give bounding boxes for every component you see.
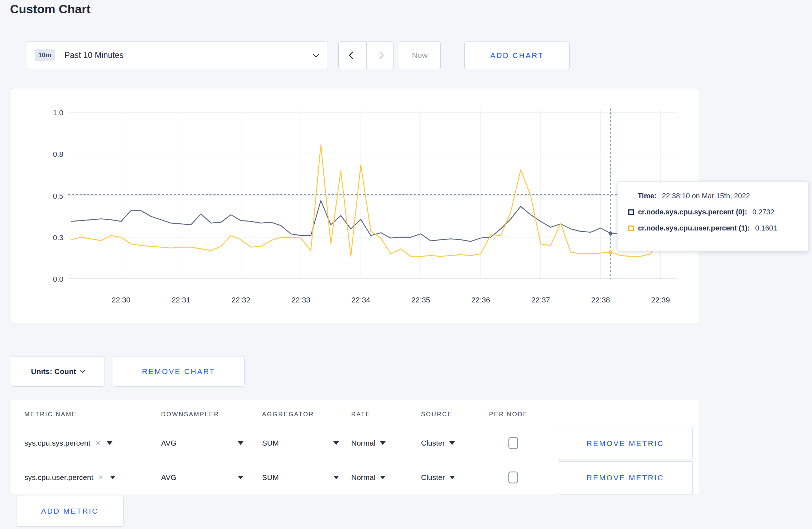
svg-text:0.3: 0.3 <box>53 233 63 242</box>
source-value: Cluster <box>421 473 445 482</box>
downsampler-value: AVG <box>161 473 177 482</box>
user-series-swatch-icon <box>628 225 634 231</box>
downsampler-value: AVG <box>161 439 177 447</box>
hover-point <box>609 232 613 236</box>
remove-metric-button[interactable]: REMOVE METRIC <box>558 461 693 494</box>
header-per-node: PER NODE <box>489 411 528 418</box>
svg-text:1.0: 1.0 <box>53 108 63 117</box>
tooltip-time-row: Time: 22:38:10 on Mar 15th, 2022 <box>628 192 808 200</box>
source-value: Cluster <box>421 439 445 447</box>
caret-down-icon <box>333 476 339 479</box>
now-button[interactable]: Now <box>399 42 441 69</box>
per-node-checkbox[interactable] <box>508 472 518 484</box>
time-forward-button[interactable] <box>366 42 394 69</box>
downsampler-select[interactable]: AVG <box>161 439 243 447</box>
svg-text:22:31: 22:31 <box>171 296 190 304</box>
rate-select[interactable]: Normal <box>351 473 386 482</box>
svg-text:22:36: 22:36 <box>471 296 490 304</box>
caret-down-icon <box>380 476 386 479</box>
caret-down-icon <box>449 441 455 445</box>
chevron-left-icon <box>349 52 356 59</box>
svg-text:0.5: 0.5 <box>53 192 63 200</box>
tooltip-series-label: cr.node.sys.cpu.sys.percent (0): <box>638 208 747 216</box>
units-label: Units: Count <box>31 367 76 376</box>
tooltip-series-value: 0.2732 <box>753 208 774 216</box>
metric-name-cell: sys.cpu.sys.percent × <box>24 439 112 447</box>
aggregator-value: SUM <box>262 473 279 482</box>
caret-down-icon <box>333 441 339 445</box>
page-title: Custom Chart <box>10 2 91 16</box>
caret-down-icon <box>238 476 243 479</box>
series-line <box>71 145 681 257</box>
remove-chart-button[interactable]: REMOVE CHART <box>113 356 245 387</box>
header-aggregator: AGGREGATOR <box>262 411 314 418</box>
svg-text:22:39: 22:39 <box>651 296 670 304</box>
tooltip-time-value: 22:38:10 on Mar 15th, 2022 <box>662 192 750 200</box>
aggregator-select[interactable]: SUM <box>262 473 339 482</box>
clear-metric-icon[interactable]: × <box>95 439 100 447</box>
tooltip-series-row: cr.node.sys.cpu.sys.percent (0): 0.2732 <box>628 208 808 216</box>
metric-name-value: sys.cpu.sys.percent <box>24 439 90 447</box>
svg-text:22:34: 22:34 <box>351 296 370 304</box>
aggregator-value: SUM <box>262 439 279 447</box>
caret-down-icon <box>380 441 386 445</box>
add-metric-button[interactable]: ADD METRIC <box>16 496 124 526</box>
downsampler-select[interactable]: AVG <box>161 473 243 482</box>
svg-text:22:37: 22:37 <box>531 296 550 304</box>
caret-down-icon[interactable] <box>107 441 112 445</box>
svg-text:22:33: 22:33 <box>291 296 310 304</box>
source-select[interactable]: Cluster <box>421 473 455 482</box>
tooltip-series-row: cr.node.sys.cpu.user.percent (1): 0.1601 <box>628 224 808 232</box>
svg-text:22:32: 22:32 <box>232 296 251 304</box>
tooltip-series-label: cr.node.sys.cpu.user.percent (1): <box>638 224 750 232</box>
header-source: SOURCE <box>421 411 453 418</box>
per-node-cell <box>508 437 518 449</box>
rate-select[interactable]: Normal <box>351 439 386 447</box>
per-node-cell <box>508 472 518 484</box>
sys-series-swatch-icon <box>628 209 634 215</box>
chevron-down-icon <box>313 51 319 57</box>
caret-down-icon <box>449 476 455 479</box>
source-select[interactable]: Cluster <box>421 439 455 447</box>
time-back-button[interactable] <box>339 42 366 69</box>
caret-down-icon[interactable] <box>110 476 116 479</box>
header-rate: RATE <box>351 411 371 418</box>
svg-text:0.0: 0.0 <box>53 275 63 283</box>
chart-tooltip: Time: 22:38:10 on Mar 15th, 2022 cr.node… <box>617 181 808 251</box>
time-window-badge: 10m <box>35 49 55 61</box>
chevron-down-icon <box>80 368 85 373</box>
add-chart-button[interactable]: ADD CHART <box>464 42 570 69</box>
rate-value: Normal <box>351 473 376 482</box>
svg-text:22:38: 22:38 <box>591 296 610 304</box>
metric-name-cell: sys.cpu.user.percent × <box>24 473 116 482</box>
header-downsampler: DOWNSAMPLER <box>161 411 219 418</box>
tooltip-time-label: Time: <box>638 192 657 200</box>
remove-metric-button[interactable]: REMOVE METRIC <box>558 427 693 460</box>
rate-value: Normal <box>351 439 376 447</box>
time-window-label: Past 10 Minutes <box>64 50 314 60</box>
time-nav-group <box>338 42 394 69</box>
series-line <box>71 201 681 242</box>
svg-text:22:35: 22:35 <box>411 296 430 304</box>
metric-name-value: sys.cpu.user.percent <box>24 473 93 482</box>
toolbar-divider <box>11 42 11 69</box>
svg-text:0.8: 0.8 <box>53 150 63 158</box>
header-metric-name: METRIC NAME <box>24 411 77 418</box>
aggregator-select[interactable]: SUM <box>262 439 339 447</box>
timeseries-chart[interactable]: 0.00.30.50.81.022:3022:3122:3222:3322:34… <box>11 88 700 324</box>
caret-down-icon <box>238 441 243 445</box>
clear-metric-icon[interactable]: × <box>98 473 103 482</box>
chevron-right-icon <box>376 52 384 59</box>
chart-panel[interactable]: 0.00.30.50.81.022:3022:3122:3222:3322:34… <box>11 88 699 324</box>
svg-text:22:30: 22:30 <box>112 296 131 304</box>
per-node-checkbox[interactable] <box>508 437 518 449</box>
time-window-dropdown[interactable]: 10m Past 10 Minutes <box>27 42 328 69</box>
hover-point <box>609 250 613 254</box>
tooltip-series-value: 0.1601 <box>755 224 777 232</box>
units-dropdown[interactable]: Units: Count <box>11 356 105 387</box>
